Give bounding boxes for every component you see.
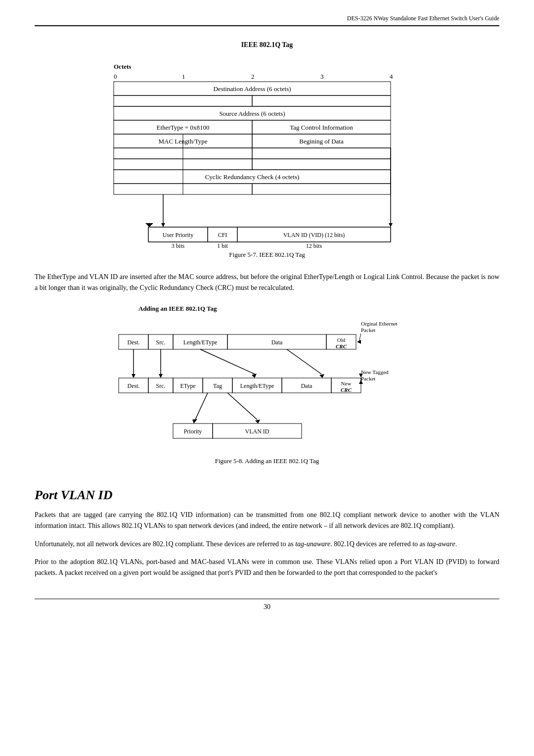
svg-marker-32 xyxy=(389,223,393,227)
svg-text:EtherType = 0x8100: EtherType = 0x8100 xyxy=(157,124,210,131)
svg-text:1 bit: 1 bit xyxy=(217,242,228,248)
svg-text:Destination Address (6 octets): Destination Address (6 octets) xyxy=(213,85,291,93)
figure7-caption: Figure 5-7. IEEE 802.1Q Tag xyxy=(229,251,305,259)
svg-marker-61 xyxy=(132,374,135,378)
svg-text:EType: EType xyxy=(180,382,195,389)
page-footer: 30 xyxy=(35,599,499,611)
svg-marker-67 xyxy=(319,374,324,378)
page-number: 30 xyxy=(264,603,270,611)
svg-line-88 xyxy=(195,393,208,420)
svg-line-90 xyxy=(227,393,257,420)
svg-text:Source Address (6 octets): Source Address (6 octets) xyxy=(219,110,285,117)
svg-text:Length/EType: Length/EType xyxy=(183,339,217,346)
figure7-svg: Octets 0 1 2 3 4 Destination Address (6 … xyxy=(109,55,425,248)
svg-text:Dest.: Dest. xyxy=(128,382,140,389)
svg-text:Octets: Octets xyxy=(114,63,131,70)
svg-line-64 xyxy=(200,349,255,374)
svg-rect-8 xyxy=(114,95,252,106)
svg-marker-43 xyxy=(145,223,153,227)
svg-text:0: 0 xyxy=(114,73,117,80)
svg-rect-27 xyxy=(252,184,391,194)
figure7-container: IEEE 802.1Q Tag Octets 0 1 2 3 4 Destina… xyxy=(35,41,499,267)
svg-rect-23 xyxy=(252,159,391,170)
svg-text:VLAN ID: VLAN ID xyxy=(245,428,269,435)
page-header: DES-3226 NWay Standalone Fast Ethernet S… xyxy=(35,15,499,26)
svg-text:CRC: CRC xyxy=(336,343,347,349)
tag-unaware-text: tag-unaware xyxy=(295,540,330,548)
paragraph-2: Unfortunately, not all network devices a… xyxy=(35,539,499,550)
svg-text:Orginal Ethernet: Orginal Ethernet xyxy=(361,321,397,327)
svg-text:New: New xyxy=(341,380,352,386)
svg-line-66 xyxy=(287,349,321,374)
svg-text:Old: Old xyxy=(337,337,346,343)
svg-text:Data: Data xyxy=(301,382,312,389)
svg-text:12 bits: 12 bits xyxy=(306,242,322,248)
svg-text:Begining of Data: Begining of Data xyxy=(299,138,344,145)
svg-text:3: 3 xyxy=(320,73,324,80)
figure8-caption: Figure 5-8. Adding an IEEE 802.1Q Tag xyxy=(215,457,319,465)
svg-text:VLAN ID (VID) (12 bits): VLAN ID (VID) (12 bits) xyxy=(283,232,345,238)
figure8-container: Adding an IEEE 802.1Q Tag Orginal Ethern… xyxy=(35,301,499,473)
svg-text:4: 4 xyxy=(390,73,393,80)
svg-marker-63 xyxy=(159,374,163,378)
svg-marker-30 xyxy=(161,223,165,227)
figure8-svg: Adding an IEEE 802.1Q Tag Orginal Ethern… xyxy=(109,301,425,454)
paragraph-1: Packets that are tagged (are carrying th… xyxy=(35,510,499,532)
svg-text:Priority: Priority xyxy=(184,428,202,435)
tag-aware-text: tag-aware xyxy=(427,540,455,548)
paragraph-3: Prior to the adoption 802.1Q VLANs, port… xyxy=(35,557,499,579)
body-text-1: The EtherType and VLAN ID are inserted a… xyxy=(35,272,499,294)
svg-text:Data: Data xyxy=(271,339,283,346)
svg-text:Tag: Tag xyxy=(213,382,222,389)
svg-text:1: 1 xyxy=(182,73,185,80)
svg-text:Packet: Packet xyxy=(361,376,375,381)
svg-text:New Tagged: New Tagged xyxy=(361,369,389,375)
svg-marker-89 xyxy=(192,419,197,424)
header-text: DES-3226 NWay Standalone Fast Ethernet S… xyxy=(347,15,499,22)
svg-text:3 bits: 3 bits xyxy=(172,242,185,248)
svg-text:Src.: Src. xyxy=(156,382,166,389)
svg-text:Length/EType: Length/EType xyxy=(240,382,274,389)
svg-text:Dest.: Dest. xyxy=(128,339,140,346)
svg-text:User Priority: User Priority xyxy=(163,232,193,238)
figure7-title: IEEE 802.1Q Tag xyxy=(241,41,293,49)
svg-text:Packet: Packet xyxy=(361,327,375,333)
svg-text:CFI: CFI xyxy=(218,232,227,238)
svg-text:CRC: CRC xyxy=(341,387,352,393)
svg-rect-9 xyxy=(252,95,391,106)
port-vlan-heading: Port VLAN ID xyxy=(35,488,499,503)
svg-text:Src.: Src. xyxy=(156,339,166,346)
svg-text:2: 2 xyxy=(251,73,255,80)
svg-marker-91 xyxy=(255,420,260,424)
svg-text:Cyclic Redundancy Check (4 oct: Cyclic Redundancy Check (4 octets) xyxy=(205,173,300,181)
svg-text:Adding an IEEE 802.1Q Tag: Adding an IEEE 802.1Q Tag xyxy=(138,305,217,312)
svg-text:Tag Control Information: Tag Control Information xyxy=(290,124,353,131)
svg-rect-21 xyxy=(252,148,391,159)
